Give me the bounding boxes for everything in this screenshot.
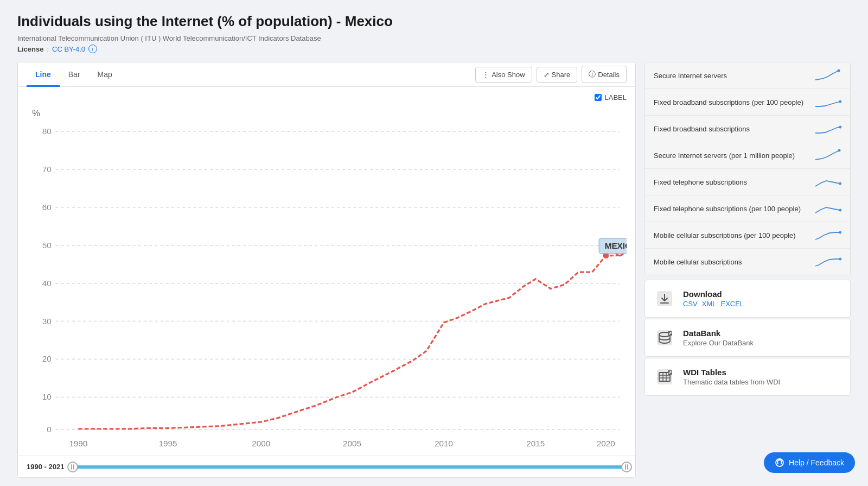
svg-point-27 — [839, 126, 842, 129]
svg-text:50: 50 — [42, 241, 52, 250]
svg-text:2005: 2005 — [343, 439, 361, 448]
list-item[interactable]: Fixed broadband subscriptions — [645, 116, 850, 142]
help-feedback-button[interactable]: Help / Feedback — [764, 452, 855, 473]
list-item[interactable]: Mobile cellular subscriptions — [645, 249, 850, 275]
also-show-item-text: Fixed telephone subscriptions (per 100 p… — [654, 205, 814, 213]
mini-chart-icon — [814, 229, 841, 242]
details-label: Details — [598, 71, 620, 79]
time-range-bar: 1990 - 2021 — [18, 456, 635, 477]
share-label: Share — [552, 71, 571, 79]
also-show-button[interactable]: ⋮ Also Show — [475, 67, 532, 83]
svg-text:1990: 1990 — [69, 439, 87, 448]
wdi-card-content: WDI Tables Thematic data tables from WDI — [683, 368, 841, 386]
list-item[interactable]: Secure Internet servers — [645, 62, 850, 89]
also-show-item-text: Secure Internet servers (per 1 million p… — [654, 152, 814, 160]
tab-bar[interactable]: Bar — [60, 62, 89, 87]
also-show-item-text: Fixed broadband subscriptions — [654, 125, 814, 133]
range-handle-right[interactable] — [621, 462, 632, 472]
license-label: License — [17, 45, 43, 53]
right-panel: Secure Internet servers Fixed broadband … — [644, 62, 851, 396]
mini-chart-icon — [814, 255, 841, 268]
databank-card[interactable]: DataBank Explore Our DataBank — [644, 319, 851, 357]
also-show-item-text: Secure Internet servers — [654, 72, 814, 80]
tab-map[interactable]: Map — [89, 62, 121, 87]
svg-rect-46 — [777, 462, 778, 464]
mini-chart-icon — [814, 122, 841, 135]
svg-text:1995: 1995 — [159, 439, 177, 448]
svg-point-29 — [839, 182, 842, 185]
download-xml-link[interactable]: XML — [702, 300, 717, 308]
also-show-list: Secure Internet servers Fixed broadband … — [644, 62, 851, 275]
svg-text:10: 10 — [42, 392, 52, 401]
info-circle-icon: ⓘ — [589, 70, 596, 79]
list-item[interactable]: Secure Internet servers (per 1 million p… — [645, 142, 850, 169]
page-title: Individuals using the Internet (% of pop… — [17, 13, 851, 30]
also-show-item-text: Fixed broadband subscriptions (per 100 p… — [654, 98, 814, 106]
svg-text:20: 20 — [42, 354, 52, 363]
wdi-card[interactable]: WDI Tables Thematic data tables from WDI — [644, 358, 851, 396]
label-checkbox-container[interactable]: LABEL — [595, 93, 627, 102]
chart-area: LABEL % 80 70 — [18, 87, 635, 456]
license-separator: : — [47, 45, 49, 53]
label-checkbox-text: LABEL — [605, 93, 627, 102]
also-show-item-text: Mobile cellular subscriptions — [654, 258, 814, 266]
handle-line-2 — [73, 464, 74, 470]
dots-icon: ⋮ — [482, 71, 489, 79]
data-line — [78, 251, 620, 429]
svg-text:80: 80 — [42, 127, 52, 136]
share-button[interactable]: ⤢ Share — [537, 67, 578, 83]
mini-chart-icon — [814, 175, 841, 188]
svg-text:2000: 2000 — [252, 439, 270, 448]
main-chart-svg: % 80 70 60 50 — [27, 104, 627, 456]
list-item[interactable]: Mobile cellular subscriptions (per 100 p… — [645, 222, 850, 249]
download-icon — [654, 288, 675, 310]
download-excel-link[interactable]: EXCEL — [720, 300, 744, 308]
range-handle-left[interactable] — [67, 462, 78, 472]
tab-actions: ⋮ Also Show ⤢ Share ⓘ Details — [475, 66, 627, 83]
databank-icon — [654, 327, 675, 349]
list-item[interactable]: Fixed telephone subscriptions — [645, 169, 850, 195]
also-show-item-text: Fixed telephone subscriptions — [654, 178, 814, 186]
handle-line-3 — [625, 464, 626, 470]
svg-point-25 — [838, 70, 840, 72]
handle-line-4 — [627, 464, 628, 470]
svg-text:2020: 2020 — [597, 439, 615, 448]
tab-line[interactable]: Line — [27, 62, 60, 87]
chart-svg-container: % 80 70 60 50 — [27, 104, 627, 456]
databank-subtitle: Explore Our DataBank — [683, 339, 841, 347]
action-cards: Download CSV XML EXCEL — [644, 280, 851, 396]
chart-panel: Line Bar Map ⋮ Also Show ⤢ Share ⓘ Detai… — [17, 62, 636, 478]
mini-chart-icon — [814, 69, 841, 82]
svg-text:30: 30 — [42, 317, 52, 326]
download-card[interactable]: Download CSV XML EXCEL — [644, 280, 851, 318]
label-checkbox-input[interactable] — [595, 94, 602, 101]
svg-text:2015: 2015 — [526, 439, 545, 448]
download-csv-link[interactable]: CSV — [683, 300, 698, 308]
range-slider[interactable] — [73, 465, 627, 469]
info-icon[interactable]: i — [88, 45, 97, 53]
details-button[interactable]: ⓘ Details — [582, 66, 627, 83]
page-subtitle: International Telecommunication Union ( … — [17, 34, 851, 42]
also-show-label: Also Show — [492, 71, 525, 79]
download-links: CSV XML EXCEL — [683, 300, 841, 308]
svg-point-28 — [838, 149, 841, 152]
mini-chart-icon — [814, 202, 841, 215]
download-title: Download — [683, 289, 841, 299]
list-item[interactable]: Fixed telephone subscriptions (per 100 p… — [645, 195, 850, 222]
wdi-title: WDI Tables — [683, 368, 841, 377]
svg-point-31 — [839, 231, 842, 234]
list-item[interactable]: Fixed broadband subscriptions (per 100 p… — [645, 89, 850, 116]
y-axis-label: % — [32, 108, 40, 118]
svg-text:2010: 2010 — [435, 439, 453, 448]
also-show-item-text: Mobile cellular subscriptions (per 100 p… — [654, 231, 814, 239]
svg-point-32 — [839, 258, 842, 261]
wdi-icon — [654, 366, 675, 388]
license-link[interactable]: CC BY-4.0 — [52, 45, 85, 53]
databank-card-content: DataBank Explore Our DataBank — [683, 329, 841, 347]
chart-tabs: Line Bar Map ⋮ Also Show ⤢ Share ⓘ Detai… — [18, 62, 635, 87]
svg-text:40: 40 — [42, 279, 52, 288]
license-row: License : CC BY-4.0 i — [17, 45, 851, 53]
label-row: LABEL — [27, 93, 627, 102]
wdi-subtitle: Thematic data tables from WDI — [683, 378, 841, 386]
svg-text:70: 70 — [42, 165, 52, 174]
